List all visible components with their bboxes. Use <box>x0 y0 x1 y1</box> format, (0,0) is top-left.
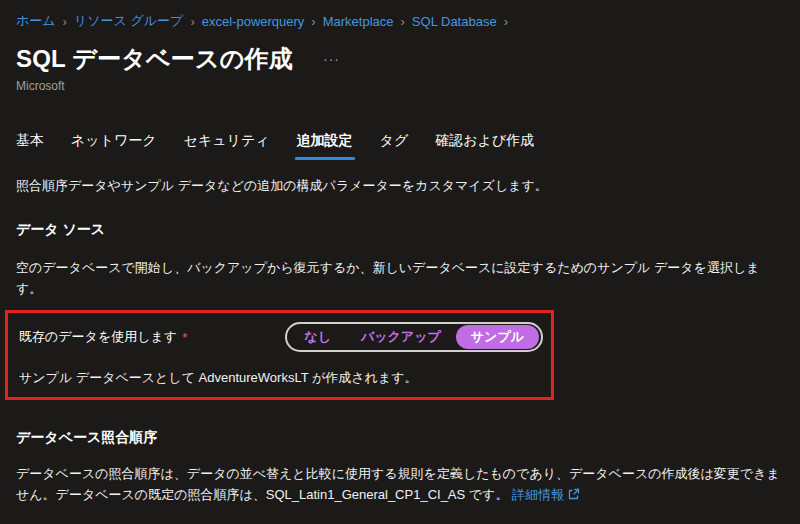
breadcrumb-separator: › <box>63 14 67 29</box>
use-existing-data-label: 既存のデータを使用します <box>19 328 177 346</box>
toggle-option-backup[interactable]: バックアップ <box>346 325 456 349</box>
breadcrumb: ホーム › リソース グループ › excel-powerquery › Mar… <box>16 12 784 30</box>
breadcrumb-home[interactable]: ホーム <box>16 12 56 30</box>
breadcrumb-separator: › <box>401 14 405 29</box>
data-source-description: 空のデータベースで開始し、バックアップから復元するか、新しいデータベースに設定す… <box>16 257 784 299</box>
tab-review-create[interactable]: 確認および作成 <box>435 132 534 160</box>
create-sql-database-page: ホーム › リソース グループ › excel-powerquery › Mar… <box>0 0 800 524</box>
publisher-subtitle: Microsoft <box>16 79 784 93</box>
use-existing-data-field: 既存のデータを使用します * なし バックアップ サンプル <box>19 322 543 352</box>
breadcrumb-sql-database[interactable]: SQL Database <box>412 14 497 29</box>
toggle-option-none[interactable]: なし <box>289 325 346 349</box>
collation-description: データベースの照合順序は、データの並べ替えと比較に使用する規則を定義したものであ… <box>16 463 784 506</box>
learn-more-link[interactable]: 詳細情報 <box>512 487 580 502</box>
breadcrumb-separator: › <box>190 14 194 29</box>
page-title: SQL データベースの作成 <box>16 43 293 75</box>
tab-basics[interactable]: 基本 <box>16 132 44 160</box>
required-asterisk: * <box>182 330 187 345</box>
collation-heading: データベース照合順序 <box>16 429 784 447</box>
tab-additional-settings[interactable]: 追加設定 <box>297 132 353 160</box>
breadcrumb-separator: › <box>504 14 508 29</box>
data-source-heading: データ ソース <box>16 221 784 239</box>
breadcrumb-excel-powerquery[interactable]: excel-powerquery <box>202 14 305 29</box>
page-header: SQL データベースの作成 ··· <box>16 43 784 75</box>
breadcrumb-separator: › <box>311 14 315 29</box>
tab-tags[interactable]: タグ <box>380 132 409 160</box>
learn-more-label: 詳細情報 <box>512 487 564 502</box>
use-existing-data-toggle: なし バックアップ サンプル <box>285 322 543 352</box>
tab-networking[interactable]: ネットワーク <box>71 132 157 160</box>
sample-database-note: サンプル データベースとして AdventureWorksLT が作成されます。 <box>19 369 543 387</box>
breadcrumb-resource-groups[interactable]: リソース グループ <box>74 12 183 30</box>
use-existing-data-label-group: 既存のデータを使用します * <box>19 328 285 346</box>
toggle-option-sample[interactable]: サンプル <box>456 325 539 349</box>
wizard-tabs: 基本 ネットワーク セキュリティ 追加設定 タグ 確認および作成 <box>16 132 784 160</box>
breadcrumb-marketplace[interactable]: Marketplace <box>323 14 394 29</box>
more-options-button[interactable]: ··· <box>323 52 340 66</box>
annotation-box: 既存のデータを使用します * なし バックアップ サンプル サンプル データベー… <box>5 310 554 400</box>
tab-security[interactable]: セキュリティ <box>184 132 270 160</box>
external-link-icon <box>568 485 580 506</box>
tab-intro-text: 照合順序データやサンプル データなどの追加の構成パラメーターをカスタマイズします… <box>16 175 784 196</box>
collation-description-text: データベースの照合順序は、データの並べ替えと比較に使用する規則を定義したものであ… <box>16 466 780 502</box>
